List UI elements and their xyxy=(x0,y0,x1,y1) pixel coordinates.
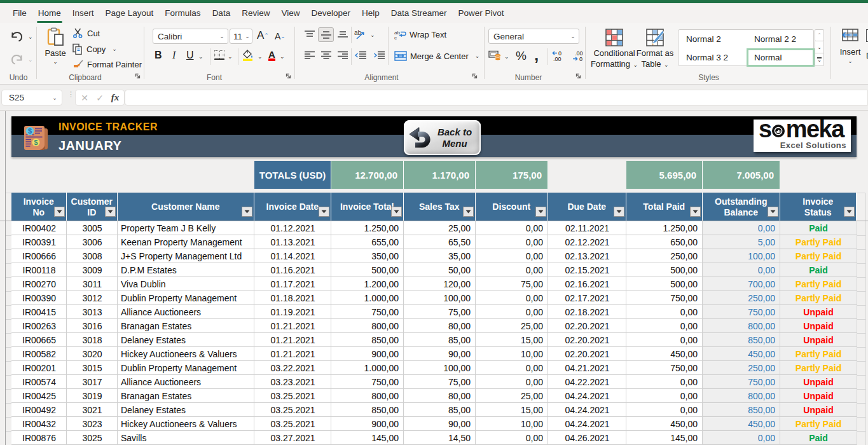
cell-invoice-date[interactable]: 01.18.2021 xyxy=(254,291,331,305)
increase-indent-button[interactable] xyxy=(373,51,385,60)
cell-invoice-total[interactable]: 800,00 xyxy=(331,319,404,333)
cell-due-date[interactable]: 02.20.2021 xyxy=(548,319,626,333)
cell-sales-tax[interactable]: 100,00 xyxy=(404,291,476,305)
cell-invoice-total[interactable]: 1.250,00 xyxy=(331,221,404,235)
underline-button[interactable]: U xyxy=(186,50,194,61)
column-header-total-paid[interactable]: Total Paid xyxy=(626,193,702,221)
number-format-combo[interactable]: General⌄ xyxy=(488,29,579,44)
cell-invoice-no[interactable]: IR00415 xyxy=(11,305,67,319)
ribbon-tab-data[interactable]: Data xyxy=(207,3,237,23)
name-box[interactable]: S25 ⌄ xyxy=(1,90,62,106)
filter-button-invoice-no[interactable] xyxy=(54,207,65,217)
cell-total-paid[interactable]: 0,00 xyxy=(626,403,703,417)
cell-sales-tax[interactable]: 80,00 xyxy=(404,389,476,403)
font-color-button[interactable]: A xyxy=(268,49,275,61)
cell-invoice-total[interactable]: 145,00 xyxy=(331,431,404,445)
cell-customer-id[interactable]: 3012 xyxy=(67,291,118,305)
cell-invoice-total[interactable]: 1.200,00 xyxy=(331,277,404,291)
cell-invoice-no[interactable]: IR00270 xyxy=(11,277,67,291)
cell-invoice-total[interactable]: 900,00 xyxy=(331,347,404,361)
cell-invoice-total[interactable]: 655,00 xyxy=(331,235,404,249)
wrap-text-button[interactable]: abc Wrap Text xyxy=(394,30,446,39)
fill-color-dropdown[interactable]: ⌄ xyxy=(258,53,263,60)
cell-customer-name[interactable]: Alliance Auctioneers xyxy=(118,375,254,389)
cell-invoice-status[interactable]: Unpaid xyxy=(780,305,857,319)
comma-style-button[interactable]: , xyxy=(534,45,539,65)
ribbon-tab-formulas[interactable]: Formulas xyxy=(159,3,206,23)
cell-sales-tax[interactable]: 120,00 xyxy=(404,277,476,291)
enter-button[interactable]: ✓ xyxy=(92,93,107,103)
cell-total-paid[interactable]: 500,00 xyxy=(626,277,703,291)
cell-customer-id[interactable]: 3023 xyxy=(67,417,118,431)
cell-outstanding-balance[interactable]: 850,00 xyxy=(703,333,780,347)
cell-customer-name[interactable]: Branagan Estates xyxy=(118,389,254,403)
column-header-invoice-total[interactable]: Invoice Total xyxy=(331,193,403,221)
ribbon-tab-file[interactable]: File xyxy=(7,3,32,23)
cell-outstanding-balance[interactable]: 250,00 xyxy=(703,361,780,375)
back-to-menu-button[interactable]: Back toMenu xyxy=(404,120,481,155)
cell-sales-tax[interactable]: 35,00 xyxy=(404,249,476,263)
column-header-discount[interactable]: Discount xyxy=(476,193,548,221)
cell-invoice-no[interactable]: IR00574 xyxy=(11,375,67,389)
cell-invoice-total[interactable]: 1.000,00 xyxy=(331,291,404,305)
cell-customer-id[interactable]: 3013 xyxy=(67,305,118,319)
cell-invoice-no[interactable]: IR00118 xyxy=(11,263,67,277)
cell-invoice-date[interactable]: 01.16.2021 xyxy=(254,263,331,277)
cell-due-date[interactable]: 04.24.2021 xyxy=(548,403,626,417)
align-bottom-button[interactable] xyxy=(337,30,348,39)
cell-invoice-status[interactable]: Unpaid xyxy=(780,333,857,347)
formula-input[interactable] xyxy=(125,90,868,106)
totals-discount[interactable]: 175,00 xyxy=(476,161,548,189)
cell-due-date[interactable]: 02.15.2021 xyxy=(548,263,626,277)
cell-sales-tax[interactable]: 25,00 xyxy=(404,221,476,235)
ribbon-tab-insert[interactable]: Insert xyxy=(67,3,100,23)
cell-total-paid[interactable]: 1.250,00 xyxy=(626,221,703,235)
cell-due-date[interactable]: 04.21.2021 xyxy=(548,361,626,375)
style-item-normal-3-2[interactable]: Normal 3 2 xyxy=(679,48,747,67)
cell-due-date[interactable]: 04.22.2021 xyxy=(548,375,626,389)
totals-label[interactable]: TOTALS (USD) xyxy=(254,161,331,189)
cell-due-date[interactable]: 04.26.2021 xyxy=(548,431,626,445)
cell-invoice-no[interactable]: IR00391 xyxy=(11,235,67,249)
cell-customer-id[interactable]: 3015 xyxy=(67,361,118,375)
cell-discount[interactable]: 15,00 xyxy=(476,403,548,417)
filter-button-customer-name[interactable] xyxy=(242,207,252,217)
cell-invoice-date[interactable]: 01.14.2021 xyxy=(254,249,331,263)
ribbon-tab-view[interactable]: View xyxy=(275,3,305,23)
ribbon-tab-help[interactable]: Help xyxy=(356,3,385,23)
column-header-customer-id[interactable]: CustomerID xyxy=(67,193,117,221)
increase-font-button[interactable]: A⌃ xyxy=(257,29,269,42)
cell-invoice-total[interactable]: 350,00 xyxy=(331,249,404,263)
column-header-invoice-date[interactable]: Invoice Date xyxy=(254,193,331,221)
cell-customer-name[interactable]: Branagan Estates xyxy=(118,319,254,333)
ribbon-tab-page-layout[interactable]: Page Layout xyxy=(100,3,160,23)
orientation-dropdown[interactable]: ⌄ xyxy=(370,32,375,38)
style-item-normal-2[interactable]: Normal 2 xyxy=(679,30,747,48)
cell-invoice-date[interactable]: 03.23.2021 xyxy=(254,375,331,389)
cell-discount[interactable]: 0,00 xyxy=(476,249,548,263)
conditional-formatting-button[interactable]: Conditional Formatting ⌄ xyxy=(590,28,638,70)
cell-total-paid[interactable]: 750,00 xyxy=(626,361,703,375)
cell-customer-name[interactable]: Keenan Property Management xyxy=(118,235,254,249)
cell-sales-tax[interactable]: 75,00 xyxy=(404,375,476,389)
cell-invoice-date[interactable]: 01.21.2021 xyxy=(254,333,331,347)
cell-invoice-date[interactable]: 01.21.2021 xyxy=(254,319,331,333)
redo-button[interactable] xyxy=(10,53,24,66)
cell-invoice-date[interactable]: 03.25.2021 xyxy=(254,417,331,431)
align-middle-button[interactable] xyxy=(318,27,334,42)
cell-invoice-status[interactable]: Paid xyxy=(780,431,857,445)
cell-sales-tax[interactable]: 75,00 xyxy=(404,305,476,319)
cell-discount[interactable]: 25,00 xyxy=(476,319,548,333)
cell-invoice-no[interactable]: IR00432 xyxy=(11,417,67,431)
cell-sales-tax[interactable]: 90,00 xyxy=(404,417,476,431)
cell-customer-id[interactable]: 3016 xyxy=(67,319,118,333)
cell-invoice-no[interactable]: IR00390 xyxy=(11,291,67,305)
cell-total-paid[interactable]: 0,00 xyxy=(626,389,703,403)
totals-sales-tax[interactable]: 1.170,00 xyxy=(404,161,475,189)
cell-invoice-total[interactable]: 850,00 xyxy=(331,333,404,347)
cell-sales-tax[interactable]: 85,00 xyxy=(404,403,476,417)
cell-invoice-date[interactable]: 03.27.2021 xyxy=(254,431,331,445)
cell-sales-tax[interactable]: 50,00 xyxy=(404,263,476,277)
cell-invoice-status[interactable]: Partly Paid xyxy=(780,249,857,263)
filter-button-invoice-status[interactable] xyxy=(844,207,855,217)
